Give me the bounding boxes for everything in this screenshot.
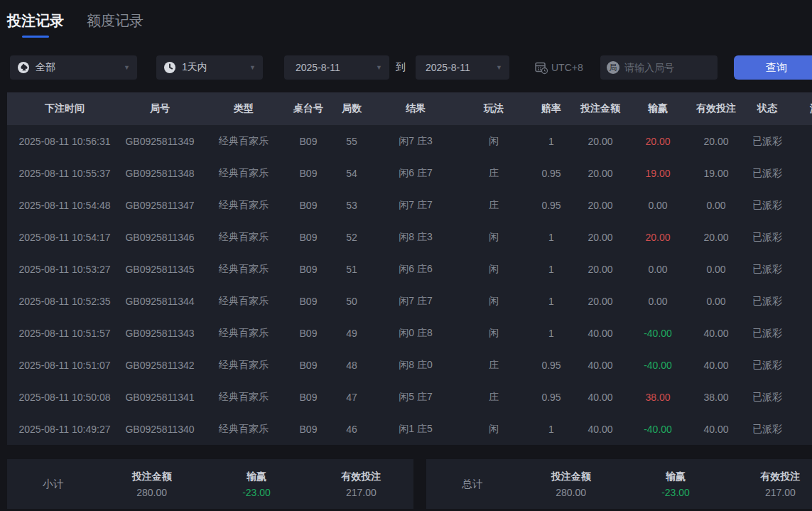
cell-result: 闲5 庄7 [377, 391, 455, 404]
cell-result: 闲7 庄3 [377, 135, 455, 148]
cell-game[interactable]: 入 [787, 135, 812, 148]
cell-type: 经典百家乐 [197, 199, 290, 212]
subtotal-valid-value: 217.00 [309, 487, 413, 498]
cell-count: 52 [327, 232, 377, 243]
table-row: 2025-08-11 10:51:07GB0925811342经典百家乐B094… [7, 349, 812, 381]
cell-round: GB0925811346 [122, 232, 197, 243]
cell-game[interactable]: 入 [787, 167, 812, 180]
date-from-select[interactable]: 2025-8-11 ▼ [284, 55, 389, 80]
time-range-select[interactable]: 1天内 ▼ [156, 55, 263, 80]
cell-type: 经典百家乐 [197, 359, 290, 372]
tab-bar: 投注记录 额度记录 [7, 11, 144, 38]
cell-status: 已派彩 [747, 423, 787, 436]
subtotal-winloss: 输赢 -23.00 [204, 470, 308, 498]
cell-winloss: -40.00 [631, 360, 685, 371]
cell-round: GB0925811345 [122, 264, 197, 275]
cell-count: 54 [327, 168, 377, 179]
game-type-value: 全部 [36, 61, 55, 74]
cell-game[interactable]: 入 [787, 263, 812, 276]
cell-type: 经典百家乐 [197, 231, 290, 244]
table-row: 2025-08-11 10:55:37GB0925811348经典百家乐B095… [7, 157, 812, 189]
col-header-winloss: 输赢 [631, 102, 685, 115]
game-type-select[interactable]: 全部 ▼ [10, 55, 137, 80]
cell-play: 闲 [455, 263, 533, 276]
cell-round: GB0925811344 [122, 296, 197, 307]
cell-odds: 1 [533, 328, 570, 339]
col-header-round: 局号 [122, 102, 197, 115]
cell-bet: 40.00 [570, 328, 631, 339]
cell-valid: 19.00 [685, 168, 747, 179]
subtotal-bet-value: 280.00 [99, 487, 204, 498]
cell-table_no: B09 [290, 328, 327, 339]
cell-time: 2025-08-11 10:54:17 [7, 232, 122, 243]
cell-result: 闲1 庄5 [377, 423, 455, 436]
cell-count: 47 [327, 392, 377, 403]
active-tab-underline [22, 36, 49, 38]
cell-type: 经典百家乐 [197, 391, 290, 404]
cell-game[interactable]: 入 [787, 199, 812, 212]
round-number-field[interactable]: 局 [600, 55, 718, 80]
spade-icon [17, 61, 30, 74]
round-number-input[interactable] [624, 62, 703, 73]
cell-odds: 1 [533, 136, 570, 147]
cell-play: 闲 [455, 231, 533, 244]
cell-count: 48 [327, 360, 377, 371]
calendar-clock-icon [534, 60, 548, 75]
chevron-down-icon: ▼ [496, 64, 502, 71]
cell-result: 闲6 庄6 [377, 263, 455, 276]
cell-winloss: 19.00 [631, 168, 685, 179]
cell-valid: 40.00 [685, 328, 747, 339]
subtotal-winloss-label: 输赢 [204, 470, 308, 483]
cell-valid: 20.00 [685, 232, 747, 243]
query-button[interactable]: 查询 [734, 55, 812, 80]
date-to-value: 2025-8-11 [426, 62, 470, 73]
cell-time: 2025-08-11 10:52:35 [7, 296, 122, 307]
clock-icon [163, 61, 176, 74]
cell-count: 49 [327, 328, 377, 339]
cell-game[interactable]: 入 [787, 231, 812, 244]
date-to-select[interactable]: 2025-8-11 ▼ [416, 55, 509, 80]
cell-count: 51 [327, 264, 377, 275]
tab-quota-records[interactable]: 额度记录 [87, 11, 144, 38]
cell-status: 已派彩 [747, 231, 787, 244]
cell-table_no: B09 [290, 232, 327, 243]
cell-game[interactable]: 入 [787, 391, 812, 404]
cell-time: 2025-08-11 10:51:57 [7, 328, 122, 339]
total-bet-label: 投注金额 [519, 470, 623, 483]
cell-game[interactable]: 入 [787, 423, 812, 436]
cell-game[interactable]: 入 [787, 359, 812, 372]
table-body: 2025-08-11 10:56:31GB0925811349经典百家乐B095… [7, 125, 812, 445]
cell-round: GB0925811340 [122, 424, 197, 435]
cell-count: 53 [327, 200, 377, 211]
cell-status: 已派彩 [747, 359, 787, 372]
table-row: 2025-08-11 10:52:35GB0925811344经典百家乐B095… [7, 285, 812, 317]
cell-table_no: B09 [290, 168, 327, 179]
cell-status: 已派彩 [747, 295, 787, 308]
timezone-indicator: UTC+8 [534, 60, 583, 75]
cell-time: 2025-08-11 10:54:48 [7, 200, 122, 211]
cell-game[interactable]: 入 [787, 295, 812, 308]
date-from-value: 2025-8-11 [296, 62, 340, 73]
cell-table_no: B09 [290, 264, 327, 275]
cell-round: GB0925811347 [122, 200, 197, 211]
cell-winloss: 20.00 [631, 232, 685, 243]
col-header-bet: 投注金额 [570, 102, 631, 115]
cell-game[interactable]: 入 [787, 327, 812, 340]
cell-count: 55 [327, 136, 377, 147]
col-header-play: 玩法 [455, 102, 533, 115]
cell-winloss: 38.00 [631, 392, 685, 403]
cell-play: 闲 [455, 135, 533, 148]
cell-result: 闲7 庄7 [377, 295, 455, 308]
table-row: 2025-08-11 10:54:17GB0925811346经典百家乐B095… [7, 221, 812, 253]
cell-bet: 40.00 [570, 424, 631, 435]
cell-round: GB0925811348 [122, 168, 197, 179]
subtotal-bet-label: 投注金额 [99, 470, 204, 483]
total-valid-label: 有效投注 [728, 470, 812, 483]
cell-time: 2025-08-11 10:51:07 [7, 360, 122, 371]
cell-valid: 0.00 [685, 200, 747, 211]
tab-bet-records[interactable]: 投注记录 [7, 11, 64, 38]
col-header-game: 游戏 [787, 102, 812, 115]
cell-bet: 20.00 [570, 200, 631, 211]
cell-table_no: B09 [290, 424, 327, 435]
cell-type: 经典百家乐 [197, 135, 290, 148]
